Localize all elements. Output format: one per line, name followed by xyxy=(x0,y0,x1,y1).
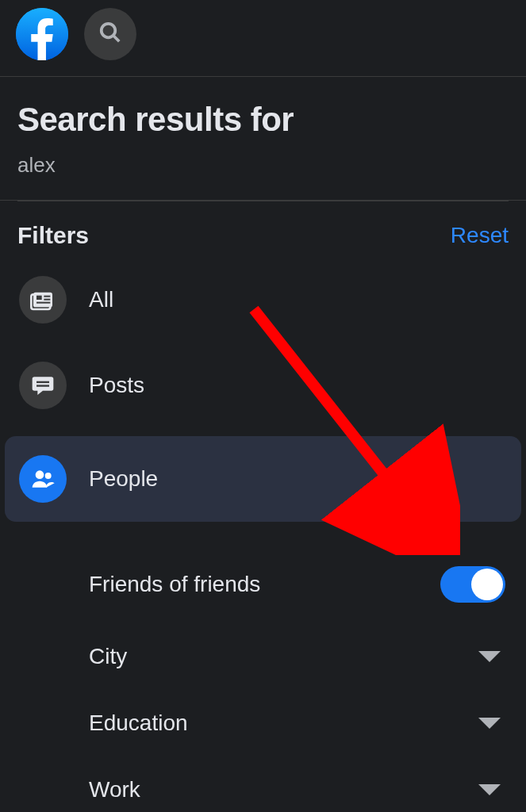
sub-city[interactable]: City xyxy=(89,623,505,690)
svg-rect-8 xyxy=(36,302,50,304)
svg-rect-9 xyxy=(36,381,49,383)
friends-of-friends-toggle[interactable] xyxy=(440,566,505,603)
facebook-logo[interactable] xyxy=(16,8,68,60)
filter-label: People xyxy=(89,466,158,492)
search-button[interactable] xyxy=(84,8,136,60)
chevron-down-icon xyxy=(478,718,501,729)
search-header: Search results for alex xyxy=(0,77,526,201)
sub-label: Friends of friends xyxy=(89,572,260,597)
svg-rect-5 xyxy=(36,296,42,300)
svg-point-1 xyxy=(102,24,116,38)
filter-label: All xyxy=(89,287,113,312)
filters-header: Filters Reset xyxy=(0,201,526,265)
sub-label: Work xyxy=(89,777,140,802)
filters-label: Filters xyxy=(17,222,89,249)
search-query: alex xyxy=(17,153,509,178)
svg-point-12 xyxy=(45,473,52,479)
all-icon xyxy=(19,276,67,324)
sub-friends-of-friends: Friends of friends xyxy=(89,546,505,623)
top-bar xyxy=(0,0,526,77)
sub-education[interactable]: Education xyxy=(89,690,505,756)
page-title: Search results for xyxy=(17,101,509,139)
svg-point-11 xyxy=(36,470,44,479)
chevron-down-icon xyxy=(478,784,501,795)
people-icon xyxy=(19,455,67,503)
svg-rect-6 xyxy=(44,296,50,297)
svg-line-2 xyxy=(113,36,120,42)
svg-rect-7 xyxy=(44,299,50,301)
filter-all[interactable]: All xyxy=(5,265,521,335)
sub-label: City xyxy=(89,644,127,669)
reset-link[interactable]: Reset xyxy=(451,223,509,248)
search-icon xyxy=(98,21,122,48)
sub-filter-list: Friends of friends City Education Work xyxy=(0,538,526,812)
filter-label: Posts xyxy=(89,373,144,398)
chevron-down-icon xyxy=(478,651,501,662)
sub-work[interactable]: Work xyxy=(89,756,505,812)
posts-icon xyxy=(19,362,67,409)
filter-posts[interactable]: Posts xyxy=(5,350,521,420)
sub-label: Education xyxy=(89,710,188,736)
filter-list: All Posts People xyxy=(0,265,526,522)
toggle-knob xyxy=(471,569,503,600)
filter-people[interactable]: People xyxy=(5,436,521,522)
svg-rect-10 xyxy=(36,385,49,386)
